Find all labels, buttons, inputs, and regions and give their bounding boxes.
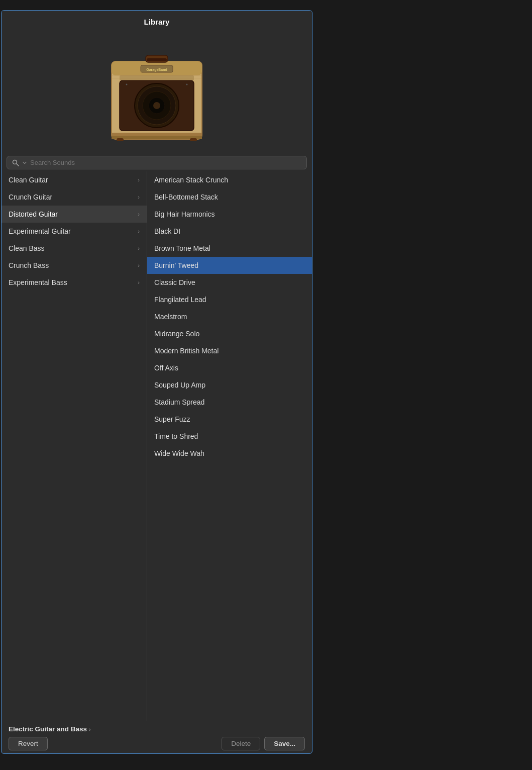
amp-image: GarageBand xyxy=(101,36,212,147)
left-list-item-clean-guitar[interactable]: Clean Guitar› xyxy=(2,171,147,188)
search-bar[interactable] xyxy=(7,156,307,169)
search-bar-row xyxy=(2,156,312,169)
right-list-item-wide-wide-wah[interactable]: Wide Wide Wah xyxy=(147,445,312,462)
search-dropdown-icon[interactable] xyxy=(22,160,27,165)
right-list-item-brown-tone-metal[interactable]: Brown Tone Metal xyxy=(147,240,312,257)
chevron-right-icon: › xyxy=(138,245,140,251)
right-list-item-label: Bell-Bottomed Stack xyxy=(154,193,218,201)
left-list-item-label: Crunch Guitar xyxy=(9,193,52,201)
svg-rect-15 xyxy=(112,136,202,139)
left-list-item-experimental-guitar[interactable]: Experimental Guitar› xyxy=(2,223,147,240)
svg-point-10 xyxy=(126,84,128,85)
chevron-right-icon: › xyxy=(138,211,140,217)
search-icon xyxy=(12,159,19,166)
buttons-row: Revert Delete Save... xyxy=(9,737,305,750)
svg-rect-20 xyxy=(120,75,194,80)
svg-line-22 xyxy=(17,164,19,166)
library-panel: Library xyxy=(1,10,312,754)
right-list-item-label: Time to Shred xyxy=(154,432,198,440)
left-list-item-label: Clean Bass xyxy=(9,244,45,252)
right-list-item-burnin-tweed[interactable]: Burnin' Tweed xyxy=(147,257,312,274)
right-list-item-modern-british-metal[interactable]: Modern British Metal xyxy=(147,342,312,359)
search-input[interactable] xyxy=(30,159,301,166)
left-list-item-experimental-bass[interactable]: Experimental Bass› xyxy=(2,274,147,291)
right-list-item-maelstrom[interactable]: Maelstrom xyxy=(147,308,312,325)
svg-rect-17 xyxy=(190,138,197,141)
breadcrumb-chevron-icon: › xyxy=(89,726,91,732)
right-list-item-stadium-spread[interactable]: Stadium Spread xyxy=(147,394,312,411)
left-list-item-crunch-guitar[interactable]: Crunch Guitar› xyxy=(2,188,147,206)
right-list-item-label: Stadium Spread xyxy=(154,398,204,406)
right-list-item-super-fuzz[interactable]: Super Fuzz xyxy=(147,411,312,428)
chevron-right-icon: › xyxy=(138,177,140,183)
right-list-item-label: Midrange Solo xyxy=(154,330,199,338)
amp-image-area: GarageBand xyxy=(2,31,312,156)
svg-point-9 xyxy=(153,102,160,109)
svg-rect-16 xyxy=(117,138,124,141)
right-list-item-midrange-solo[interactable]: Midrange Solo xyxy=(147,325,312,342)
lists-area: Clean Guitar›Crunch Guitar›Distorted Gui… xyxy=(2,171,312,721)
right-list-item-label: Classic Drive xyxy=(154,278,195,286)
left-list-item-label: Distorted Guitar xyxy=(9,210,58,218)
right-list-item-label: Big Hair Harmonics xyxy=(154,210,215,218)
chevron-right-icon: › xyxy=(138,279,140,285)
right-list-item-big-hair-harmonics[interactable]: Big Hair Harmonics xyxy=(147,206,312,223)
chevron-right-icon: › xyxy=(138,194,140,200)
right-list-item-label: Modern British Metal xyxy=(154,347,219,355)
left-list: Clean Guitar›Crunch Guitar›Distorted Gui… xyxy=(2,171,147,721)
right-list-item-label: Maelstrom xyxy=(154,313,187,321)
right-list-item-classic-drive[interactable]: Classic Drive xyxy=(147,274,312,291)
delete-button[interactable]: Delete xyxy=(222,737,260,750)
left-list-item-label: Clean Guitar xyxy=(9,176,48,184)
right-list-item-label: Burnin' Tweed xyxy=(154,261,198,269)
left-list-item-distorted-guitar[interactable]: Distorted Guitar› xyxy=(2,206,147,223)
right-list-item-label: Super Fuzz xyxy=(154,415,190,423)
left-list-item-label: Crunch Bass xyxy=(9,261,49,269)
right-list-item-label: Black DI xyxy=(154,227,180,235)
left-list-item-crunch-bass[interactable]: Crunch Bass› xyxy=(2,257,147,274)
right-list-item-flangilated-lead[interactable]: Flangilated Lead xyxy=(147,291,312,308)
right-list-item-off-axis[interactable]: Off Axis xyxy=(147,359,312,376)
right-list-item-time-to-shred[interactable]: Time to Shred xyxy=(147,428,312,445)
right-list: American Stack CrunchBell-Bottomed Stack… xyxy=(147,171,312,721)
right-list-item-label: Wide Wide Wah xyxy=(154,449,204,457)
right-list-item-souped-up-amp[interactable]: Souped Up Amp xyxy=(147,376,312,394)
svg-rect-3 xyxy=(147,58,167,61)
chevron-right-icon: › xyxy=(138,262,140,268)
svg-point-21 xyxy=(13,160,17,164)
left-list-item-label: Experimental Bass xyxy=(9,278,67,286)
right-list-item-label: Souped Up Amp xyxy=(154,381,205,389)
right-list-item-label: Flangilated Lead xyxy=(154,296,206,304)
right-list-item-label: American Stack Crunch xyxy=(154,176,228,184)
left-list-item-label: Experimental Guitar xyxy=(9,227,71,235)
right-list-item-american-stack-crunch[interactable]: American Stack Crunch xyxy=(147,171,312,188)
svg-point-11 xyxy=(186,84,188,85)
svg-text:GarageBand: GarageBand xyxy=(146,68,167,72)
left-list-item-clean-bass[interactable]: Clean Bass› xyxy=(2,240,147,257)
footer-area: Electric Guitar and Bass › Revert Delete… xyxy=(2,721,312,753)
breadcrumb-label: Electric Guitar and Bass xyxy=(9,725,87,733)
panel-title: Library xyxy=(2,11,312,31)
save-button[interactable]: Save... xyxy=(264,737,305,750)
right-list-item-black-di[interactable]: Black DI xyxy=(147,223,312,240)
right-list-item-bell-bottomed-stack[interactable]: Bell-Bottomed Stack xyxy=(147,188,312,206)
right-list-item-label: Off Axis xyxy=(154,364,178,372)
breadcrumb-row[interactable]: Electric Guitar and Bass › xyxy=(9,725,305,733)
revert-button[interactable]: Revert xyxy=(9,737,48,750)
chevron-right-icon: › xyxy=(138,228,140,234)
right-list-item-label: Brown Tone Metal xyxy=(154,244,210,252)
